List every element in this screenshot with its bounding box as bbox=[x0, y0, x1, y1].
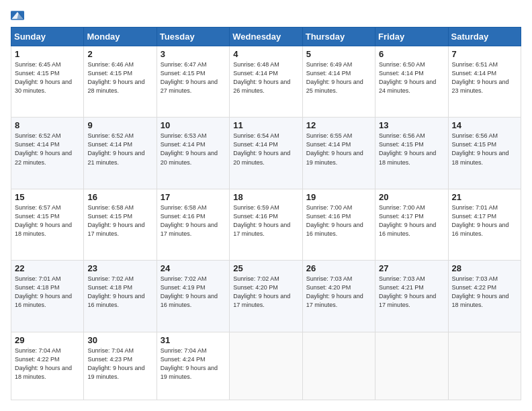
logo-icon bbox=[11, 11, 24, 20]
day-number: 22 bbox=[15, 263, 80, 273]
day-number: 23 bbox=[87, 263, 152, 273]
calendar-cell: 28Sunrise: 7:03 AMSunset: 4:22 PMDayligh… bbox=[448, 261, 521, 332]
day-number: 13 bbox=[379, 120, 444, 130]
calendar-cell: 14Sunrise: 6:56 AMSunset: 4:15 PMDayligh… bbox=[448, 118, 521, 189]
day-number: 27 bbox=[379, 263, 444, 273]
calendar-cell: 13Sunrise: 6:56 AMSunset: 4:15 PMDayligh… bbox=[375, 118, 448, 189]
day-number: 28 bbox=[452, 263, 517, 273]
day-detail: Sunrise: 6:53 AMSunset: 4:14 PMDaylight:… bbox=[161, 132, 226, 167]
calendar-cell: 21Sunrise: 7:01 AMSunset: 4:17 PMDayligh… bbox=[448, 189, 521, 260]
day-detail: Sunrise: 6:47 AMSunset: 4:15 PMDaylight:… bbox=[161, 60, 226, 95]
day-number: 15 bbox=[15, 192, 80, 202]
calendar-week-row: 29Sunrise: 7:04 AMSunset: 4:22 PMDayligh… bbox=[11, 332, 521, 400]
calendar-cell bbox=[375, 332, 448, 400]
calendar-cell: 24Sunrise: 7:02 AMSunset: 4:19 PMDayligh… bbox=[157, 261, 229, 332]
calendar-cell: 26Sunrise: 7:03 AMSunset: 4:20 PMDayligh… bbox=[302, 261, 375, 332]
header bbox=[11, 11, 521, 20]
day-detail: Sunrise: 6:45 AMSunset: 4:15 PMDaylight:… bbox=[15, 60, 80, 95]
weekday-header: Wednesday bbox=[230, 28, 302, 46]
day-number: 18 bbox=[233, 192, 298, 202]
day-number: 8 bbox=[15, 120, 80, 130]
calendar-cell: 8Sunrise: 6:52 AMSunset: 4:14 PMDaylight… bbox=[11, 118, 84, 189]
day-detail: Sunrise: 6:50 AMSunset: 4:14 PMDaylight:… bbox=[379, 60, 444, 95]
day-detail: Sunrise: 6:58 AMSunset: 4:15 PMDaylight:… bbox=[87, 203, 152, 238]
day-number: 6 bbox=[379, 49, 444, 59]
day-detail: Sunrise: 7:02 AMSunset: 4:19 PMDaylight:… bbox=[161, 275, 226, 310]
calendar-cell: 5Sunrise: 6:49 AMSunset: 4:14 PMDaylight… bbox=[302, 46, 375, 118]
calendar-cell: 29Sunrise: 7:04 AMSunset: 4:22 PMDayligh… bbox=[11, 332, 84, 400]
day-number: 14 bbox=[452, 120, 517, 130]
weekday-header: Friday bbox=[375, 28, 448, 46]
calendar-cell: 7Sunrise: 6:51 AMSunset: 4:14 PMDaylight… bbox=[448, 46, 521, 118]
day-detail: Sunrise: 7:04 AMSunset: 4:22 PMDaylight:… bbox=[15, 347, 80, 381]
weekday-header: Sunday bbox=[11, 28, 84, 46]
day-detail: Sunrise: 6:49 AMSunset: 4:14 PMDaylight:… bbox=[306, 60, 371, 95]
weekday-header: Monday bbox=[84, 28, 157, 46]
calendar-cell bbox=[230, 332, 302, 400]
day-detail: Sunrise: 6:55 AMSunset: 4:14 PMDaylight:… bbox=[306, 132, 371, 167]
day-detail: Sunrise: 7:01 AMSunset: 4:17 PMDaylight:… bbox=[452, 203, 517, 238]
calendar-header-row: SundayMondayTuesdayWednesdayThursdayFrid… bbox=[11, 28, 521, 46]
calendar-cell: 11Sunrise: 6:54 AMSunset: 4:14 PMDayligh… bbox=[230, 118, 302, 189]
day-detail: Sunrise: 6:56 AMSunset: 4:15 PMDaylight:… bbox=[379, 132, 444, 167]
day-number: 25 bbox=[233, 263, 298, 273]
day-detail: Sunrise: 7:00 AMSunset: 4:16 PMDaylight:… bbox=[306, 203, 371, 238]
day-number: 3 bbox=[161, 49, 226, 59]
day-number: 4 bbox=[233, 49, 298, 59]
day-number: 20 bbox=[379, 192, 444, 202]
day-detail: Sunrise: 7:00 AMSunset: 4:17 PMDaylight:… bbox=[379, 203, 444, 238]
calendar-cell: 3Sunrise: 6:47 AMSunset: 4:15 PMDaylight… bbox=[157, 46, 229, 118]
calendar-cell: 9Sunrise: 6:52 AMSunset: 4:14 PMDaylight… bbox=[84, 118, 157, 189]
calendar-cell: 1Sunrise: 6:45 AMSunset: 4:15 PMDaylight… bbox=[11, 46, 84, 118]
weekday-header: Tuesday bbox=[157, 28, 229, 46]
calendar-cell: 27Sunrise: 7:03 AMSunset: 4:21 PMDayligh… bbox=[375, 261, 448, 332]
day-number: 9 bbox=[87, 120, 152, 130]
calendar-cell: 30Sunrise: 7:04 AMSunset: 4:23 PMDayligh… bbox=[84, 332, 157, 400]
calendar-week-row: 22Sunrise: 7:01 AMSunset: 4:18 PMDayligh… bbox=[11, 261, 521, 332]
day-number: 29 bbox=[15, 335, 80, 345]
calendar-cell: 18Sunrise: 6:59 AMSunset: 4:16 PMDayligh… bbox=[230, 189, 302, 260]
day-detail: Sunrise: 7:03 AMSunset: 4:22 PMDaylight:… bbox=[452, 275, 517, 310]
calendar-cell bbox=[448, 332, 521, 400]
day-detail: Sunrise: 7:02 AMSunset: 4:18 PMDaylight:… bbox=[87, 275, 152, 310]
day-detail: Sunrise: 7:04 AMSunset: 4:23 PMDaylight:… bbox=[87, 347, 152, 381]
day-detail: Sunrise: 6:52 AMSunset: 4:14 PMDaylight:… bbox=[15, 132, 80, 167]
day-number: 17 bbox=[161, 192, 226, 202]
calendar-cell: 31Sunrise: 7:04 AMSunset: 4:24 PMDayligh… bbox=[157, 332, 229, 400]
day-detail: Sunrise: 6:48 AMSunset: 4:14 PMDaylight:… bbox=[233, 60, 298, 95]
calendar-week-row: 15Sunrise: 6:57 AMSunset: 4:15 PMDayligh… bbox=[11, 189, 521, 260]
day-detail: Sunrise: 6:52 AMSunset: 4:14 PMDaylight:… bbox=[87, 132, 152, 167]
day-detail: Sunrise: 7:03 AMSunset: 4:21 PMDaylight:… bbox=[379, 275, 444, 310]
day-detail: Sunrise: 6:46 AMSunset: 4:15 PMDaylight:… bbox=[87, 60, 152, 95]
calendar-cell: 15Sunrise: 6:57 AMSunset: 4:15 PMDayligh… bbox=[11, 189, 84, 260]
day-detail: Sunrise: 7:04 AMSunset: 4:24 PMDaylight:… bbox=[161, 347, 226, 381]
calendar-cell: 16Sunrise: 6:58 AMSunset: 4:15 PMDayligh… bbox=[84, 189, 157, 260]
calendar-week-row: 1Sunrise: 6:45 AMSunset: 4:15 PMDaylight… bbox=[11, 46, 521, 118]
calendar-cell: 20Sunrise: 7:00 AMSunset: 4:17 PMDayligh… bbox=[375, 189, 448, 260]
day-detail: Sunrise: 6:51 AMSunset: 4:14 PMDaylight:… bbox=[452, 60, 517, 95]
calendar-cell: 6Sunrise: 6:50 AMSunset: 4:14 PMDaylight… bbox=[375, 46, 448, 118]
logo bbox=[11, 11, 26, 20]
day-detail: Sunrise: 7:02 AMSunset: 4:20 PMDaylight:… bbox=[233, 275, 298, 310]
page: SundayMondayTuesdayWednesdayThursdayFrid… bbox=[0, 0, 532, 411]
day-number: 30 bbox=[87, 335, 152, 345]
calendar-cell: 17Sunrise: 6:58 AMSunset: 4:16 PMDayligh… bbox=[157, 189, 229, 260]
day-number: 2 bbox=[87, 49, 152, 59]
weekday-header: Thursday bbox=[302, 28, 375, 46]
calendar-cell: 2Sunrise: 6:46 AMSunset: 4:15 PMDaylight… bbox=[84, 46, 157, 118]
day-number: 1 bbox=[15, 49, 80, 59]
day-number: 16 bbox=[87, 192, 152, 202]
day-detail: Sunrise: 6:57 AMSunset: 4:15 PMDaylight:… bbox=[15, 203, 80, 238]
calendar-cell: 10Sunrise: 6:53 AMSunset: 4:14 PMDayligh… bbox=[157, 118, 229, 189]
day-number: 12 bbox=[306, 120, 371, 130]
calendar-cell bbox=[302, 332, 375, 400]
calendar-cell: 22Sunrise: 7:01 AMSunset: 4:18 PMDayligh… bbox=[11, 261, 84, 332]
day-number: 19 bbox=[306, 192, 371, 202]
calendar-cell: 19Sunrise: 7:00 AMSunset: 4:16 PMDayligh… bbox=[302, 189, 375, 260]
calendar-cell: 4Sunrise: 6:48 AMSunset: 4:14 PMDaylight… bbox=[230, 46, 302, 118]
day-number: 10 bbox=[161, 120, 226, 130]
calendar-table: SundayMondayTuesdayWednesdayThursdayFrid… bbox=[11, 27, 521, 400]
day-detail: Sunrise: 6:54 AMSunset: 4:14 PMDaylight:… bbox=[233, 132, 298, 167]
day-number: 7 bbox=[452, 49, 517, 59]
day-detail: Sunrise: 6:58 AMSunset: 4:16 PMDaylight:… bbox=[161, 203, 226, 238]
